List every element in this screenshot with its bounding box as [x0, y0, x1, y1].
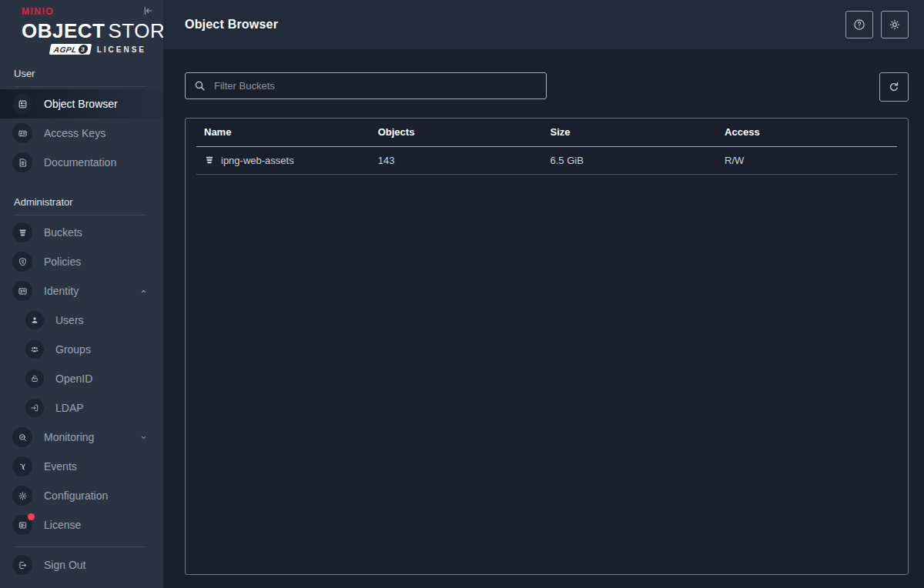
- column-header-access: Access: [717, 119, 897, 146]
- sidebar-item-label: Users: [55, 314, 84, 326]
- filter-box: [185, 72, 547, 99]
- chevron-down-icon[interactable]: [139, 433, 148, 442]
- monitoring-icon: [12, 427, 32, 447]
- filter-buckets-input[interactable]: [185, 72, 547, 99]
- sidebar-item-events[interactable]: Events: [0, 452, 163, 481]
- sidebar-item-label: Access Keys: [44, 127, 105, 139]
- buckets-table: Name Objects Size Access ip: [196, 119, 897, 175]
- sidebar-item-label: Identity: [44, 285, 79, 297]
- sidebar-item-access-keys[interactable]: Access Keys: [0, 119, 163, 148]
- section-divider: [14, 86, 146, 87]
- openid-icon: [25, 369, 44, 388]
- bucket-size: 6.5 GiB: [543, 146, 718, 174]
- bucket-icon: [204, 155, 215, 165]
- section-label-administrator: Administrator: [0, 195, 163, 209]
- sidebar-item-ldap[interactable]: LDAP: [0, 393, 163, 423]
- sidebar-item-policies[interactable]: Policies: [0, 247, 163, 276]
- column-header-name: Name: [196, 119, 370, 146]
- sidebar-item-openid[interactable]: OpenID: [0, 364, 163, 393]
- table-header-row: Name Objects Size Access: [196, 119, 897, 146]
- sun-icon: [888, 18, 902, 32]
- documentation-icon: [12, 152, 32, 172]
- search-icon: [193, 79, 206, 92]
- column-header-size: Size: [543, 119, 718, 146]
- sidebar: MINIO OBJECTSTORE AGPL3 LICENSE User Obj…: [0, 0, 163, 588]
- license-icon: [12, 515, 32, 535]
- sidebar-item-label: Events: [44, 460, 77, 473]
- sidebar-item-label: Documentation: [44, 156, 116, 169]
- column-header-objects: Objects: [370, 119, 543, 146]
- sidebar-item-configuration[interactable]: Configuration: [0, 481, 163, 510]
- sidebar-item-license[interactable]: License: [0, 510, 163, 540]
- sidebar-item-label: LDAP: [55, 402, 84, 414]
- topbar: Object Browser: [163, 0, 924, 49]
- events-icon: [12, 456, 32, 476]
- ldap-icon: [25, 399, 44, 417]
- sidebar-collapse-icon[interactable]: [142, 5, 154, 17]
- groups-icon: [25, 340, 44, 359]
- product-title: OBJECTSTORE: [22, 20, 148, 42]
- sidebar-item-object-browser[interactable]: Object Browser: [0, 89, 163, 119]
- sidebar-item-label: Buckets: [44, 226, 82, 239]
- sidebar-item-label: Object Browser: [44, 98, 118, 110]
- minio-wordmark: MINIO: [22, 6, 54, 17]
- sidebar-item-label: Groups: [55, 343, 91, 356]
- sidebar-item-label: Policies: [44, 256, 81, 268]
- page-title: Object Browser: [185, 18, 278, 32]
- sidebar-item-users[interactable]: Users: [0, 306, 163, 335]
- signout-icon: [12, 555, 32, 575]
- sidebar-item-groups[interactable]: Groups: [0, 335, 163, 364]
- users-icon: [25, 311, 44, 329]
- access-keys-icon: [12, 123, 32, 143]
- sidebar-item-label: Monitoring: [44, 431, 94, 443]
- sidebar-item-monitoring[interactable]: Monitoring: [0, 423, 163, 452]
- agpl-badge: AGPL3: [49, 44, 92, 55]
- sidebar-item-label: Configuration: [44, 489, 108, 502]
- help-icon: [852, 18, 866, 32]
- bucket-name: ipng-web-assets: [221, 155, 294, 166]
- sidebar-item-identity[interactable]: Identity: [0, 276, 163, 306]
- configuration-icon: [12, 486, 32, 506]
- policies-icon: [12, 252, 32, 272]
- filter-row: [185, 72, 909, 102]
- buckets-icon: [12, 222, 32, 242]
- content: Name Objects Size Access ip: [163, 49, 924, 588]
- sidebar-item-buckets[interactable]: Buckets: [0, 218, 163, 247]
- theme-toggle-button[interactable]: [881, 11, 909, 38]
- bucket-objects: 143: [370, 146, 543, 174]
- section-divider: [14, 215, 146, 215]
- sidebar-item-label: License: [44, 519, 81, 531]
- signout-divider: [14, 546, 146, 547]
- help-button[interactable]: [845, 11, 873, 38]
- license-label: LICENSE: [97, 45, 146, 54]
- identity-icon: [12, 281, 32, 301]
- license-notification-dot: [28, 513, 35, 520]
- object-browser-icon: [12, 94, 32, 114]
- bucket-name-cell: ipng-web-assets: [204, 155, 364, 166]
- license-row: AGPL3 LICENSE: [22, 44, 148, 55]
- topbar-actions: [845, 11, 909, 38]
- sidebar-item-sign-out[interactable]: Sign Out: [0, 550, 163, 580]
- sidebar-item-documentation[interactable]: Documentation: [0, 148, 163, 177]
- buckets-table-card: Name Objects Size Access ip: [185, 118, 909, 575]
- section-label-user: User: [0, 67, 163, 81]
- table-row[interactable]: ipng-web-assets 143 6.5 GiB R/W: [196, 146, 897, 174]
- bucket-access: R/W: [717, 146, 897, 174]
- sidebar-item-label: OpenID: [55, 373, 92, 385]
- refresh-button[interactable]: [879, 72, 909, 102]
- logo-block: MINIO OBJECTSTORE AGPL3 LICENSE: [0, 0, 163, 55]
- sidebar-item-label: Sign Out: [44, 559, 85, 571]
- refresh-icon: [887, 80, 901, 94]
- chevron-up-icon[interactable]: [139, 287, 148, 296]
- main-area: Object Browser: [163, 0, 924, 588]
